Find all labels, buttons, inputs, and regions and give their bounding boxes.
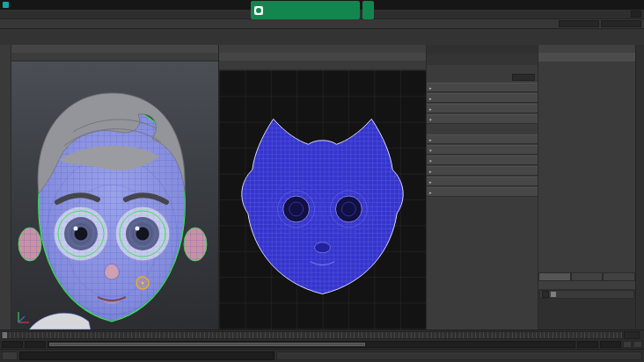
range-slider-track[interactable] — [48, 341, 575, 348]
symmetry-dropdown[interactable] — [512, 74, 535, 81]
layers-list — [538, 289, 635, 329]
tab-render[interactable] — [571, 272, 604, 281]
time-slider — [0, 329, 644, 340]
layer-editor-tabs — [538, 272, 635, 281]
selection-info — [427, 65, 538, 73]
chevron-right-icon: ▸ — [429, 190, 432, 195]
section-unfold[interactable]: ▾ — [427, 156, 538, 165]
animation-preferences-icon[interactable] — [633, 341, 642, 348]
command-language-toggle[interactable] — [2, 351, 18, 360]
auto-keyframe-icon[interactable] — [623, 341, 632, 348]
section-transform[interactable]: ▾ — [427, 114, 538, 124]
chevron-right-icon: ▸ — [429, 96, 432, 101]
range-slider-bar[interactable] — [49, 343, 365, 346]
layer-row[interactable] — [539, 290, 634, 299]
viewport-canvas[interactable] — [11, 62, 218, 329]
chevron-right-icon: ▸ — [429, 85, 432, 90]
command-input[interactable] — [19, 351, 274, 360]
chevron-down-icon: ▾ — [429, 158, 432, 163]
section-arrange-and-layout[interactable]: ▸ — [427, 177, 538, 186]
manipulator-gizmo — [136, 277, 149, 289]
uv-canvas[interactable] — [219, 70, 426, 329]
section-soft-selection[interactable]: ▸ — [427, 104, 538, 113]
section-cut-and-sew[interactable]: ▾ — [427, 145, 538, 155]
command-line-bar — [0, 349, 644, 362]
animation-start-field[interactable] — [2, 341, 23, 348]
uv-editor-menu-bar — [219, 53, 426, 61]
maya-application-window: ▸ ▸ ▸ ▾ — [0, 0, 644, 362]
section-align-and-snap[interactable]: ▸ — [427, 166, 538, 176]
perspective-viewport-panel — [11, 45, 218, 329]
sidebar-icon-strip — [635, 45, 644, 329]
timeline-track[interactable] — [1, 331, 623, 339]
playback-end-field[interactable] — [577, 341, 598, 348]
playback-start-field[interactable] — [25, 341, 46, 348]
layer-editor-menu-bar — [538, 281, 635, 289]
chevron-right-icon: ▸ — [429, 169, 432, 174]
shapes-header — [538, 62, 635, 69]
tab-display[interactable] — [538, 272, 571, 281]
chevron-right-icon: ▸ — [429, 137, 432, 142]
uv-editor-title — [219, 45, 426, 53]
quick-selection-field[interactable] — [559, 20, 599, 27]
selected-object-name[interactable] — [538, 53, 635, 62]
layer-visibility-toggle[interactable] — [542, 291, 549, 298]
section-uv-sets[interactable]: ▸ — [427, 187, 538, 197]
view-axis-gizmo — [15, 308, 33, 326]
channel-box-menu-bar — [538, 45, 635, 53]
tool-box — [0, 45, 11, 329]
viewport-toolbar — [11, 53, 218, 62]
uv-toolkit-panel: ▸ ▸ ▸ ▾ — [426, 45, 538, 329]
component-mode-row — [427, 54, 538, 65]
shelf — [0, 29, 644, 45]
workspace-selector[interactable] — [631, 11, 641, 18]
recorder-notification[interactable] — [251, 1, 360, 19]
status-line — [0, 18, 644, 29]
chevron-right-icon: ▸ — [429, 106, 432, 112]
tab-anim[interactable] — [603, 272, 635, 281]
quick-rename-field[interactable] — [601, 20, 641, 27]
section-create[interactable]: ▸ — [427, 134, 538, 144]
playback-controls — [640, 330, 644, 340]
timeline-labels — [2, 332, 622, 338]
uv-editor-panel — [218, 45, 426, 329]
help-line — [276, 351, 642, 360]
recorder-expand-button[interactable] — [362, 1, 374, 19]
character-head-model[interactable] — [11, 62, 218, 329]
channel-box-panel — [538, 45, 635, 329]
maya-logo-icon — [3, 2, 9, 8]
viewport-menu-bar — [11, 45, 218, 53]
texel-density-label — [427, 124, 538, 132]
layer-color-swatch[interactable] — [551, 292, 556, 297]
chevron-down-icon: ▾ — [429, 148, 432, 153]
recorder-app-icon — [254, 6, 263, 15]
section-pinning[interactable]: ▸ — [427, 83, 538, 92]
animation-end-field[interactable] — [600, 341, 621, 348]
chevron-down-icon: ▾ — [429, 117, 432, 122]
chevron-right-icon: ▸ — [429, 179, 432, 185]
uv-shell[interactable] — [219, 70, 426, 329]
uv-editor-toolbar — [219, 61, 426, 70]
current-frame-field[interactable] — [624, 331, 640, 339]
range-slider — [0, 340, 644, 349]
section-select-by-type[interactable]: ▸ — [427, 93, 538, 103]
